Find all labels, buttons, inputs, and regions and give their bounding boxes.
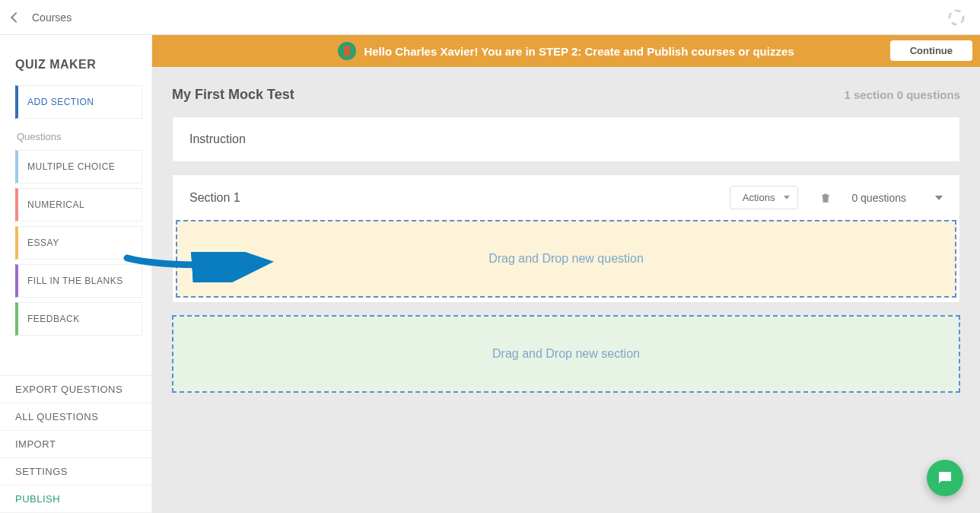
dropzone-label: Drag and Drop new question [488,252,644,265]
questions-group-label: Questions [15,123,142,150]
sidebar-item-import[interactable]: IMPORT [0,431,151,458]
sidebar-menu: ADD SECTION Questions MULTIPLE CHOICE NU… [0,85,151,340]
help-icon[interactable] [948,9,965,26]
sidebar-item-publish[interactable]: PUBLISH [0,486,151,513]
section-question-counts: 1 section 0 questions [844,88,960,101]
sidebar-item-all-questions[interactable]: ALL QUESTIONS [0,403,151,431]
trash-icon[interactable] [819,191,832,205]
sidebar: QUIZ MAKER ADD SECTION Questions MULTIPL… [0,35,152,513]
sidebar-item-fill-in-the-blanks[interactable]: FILL IN THE BLANKS [15,264,142,298]
section-panel: Section 1 Actions 0 questions Drag and D… [172,174,960,303]
question-dropzone[interactable]: Drag and Drop new question [176,220,956,298]
question-count: 0 questions [851,192,906,204]
sidebar-item-multiple-choice[interactable]: MULTIPLE CHOICE [15,150,142,183]
sidebar-item-label: ADD SECTION [27,97,94,107]
continue-button[interactable]: Continue [890,40,972,61]
sidebar-bottom-menu: EXPORT QUESTIONS ALL QUESTIONS IMPORT SE… [0,375,151,513]
banner-text: Hello Charles Xavier! You are in STEP 2:… [364,45,794,58]
sidebar-item-add-section[interactable]: ADD SECTION [15,85,142,119]
sidebar-item-essay[interactable]: ESSAY [15,226,142,260]
page-title: My First Mock Test [172,87,294,103]
section-header: Section 1 Actions 0 questions [173,175,959,220]
dropzone-label: Drag and Drop new section [492,347,640,360]
main-content: Hello Charles Xavier! You are in STEP 2:… [152,35,980,513]
collapse-toggle-icon[interactable] [935,196,943,200]
chat-bubble-button[interactable] [927,460,963,496]
sidebar-item-numerical[interactable]: NUMERICAL [15,188,142,221]
section-dropzone[interactable]: Drag and Drop new section [172,315,960,393]
sidebar-item-export-questions[interactable]: EXPORT QUESTIONS [0,376,151,403]
topbar: Courses [0,0,980,35]
chevron-down-icon [784,196,790,199]
breadcrumb[interactable]: Courses [32,11,72,24]
sidebar-item-label: MULTIPLE CHOICE [27,161,115,172]
actions-label: Actions [743,192,775,203]
section-title[interactable]: Section 1 [189,191,730,205]
sidebar-title: QUIZ MAKER [0,35,151,85]
back-arrow-icon[interactable] [11,11,21,22]
sidebar-item-label: ESSAY [27,237,59,248]
sidebar-item-settings[interactable]: SETTINGS [0,458,151,486]
svg-point-0 [950,11,963,24]
sidebar-item-label: FILL IN THE BLANKS [27,276,123,286]
avatar-icon [338,42,356,60]
instruction-label: Instruction [189,132,246,145]
instruction-panel[interactable]: Instruction [172,116,960,162]
sidebar-item-label: FEEDBACK [27,314,80,324]
title-row: My First Mock Test 1 section 0 questions [172,87,960,103]
actions-dropdown[interactable]: Actions [730,186,799,209]
sidebar-item-label: NUMERICAL [27,199,84,210]
onboarding-banner: Hello Charles Xavier! You are in STEP 2:… [152,35,980,67]
sidebar-item-feedback[interactable]: FEEDBACK [15,302,142,336]
